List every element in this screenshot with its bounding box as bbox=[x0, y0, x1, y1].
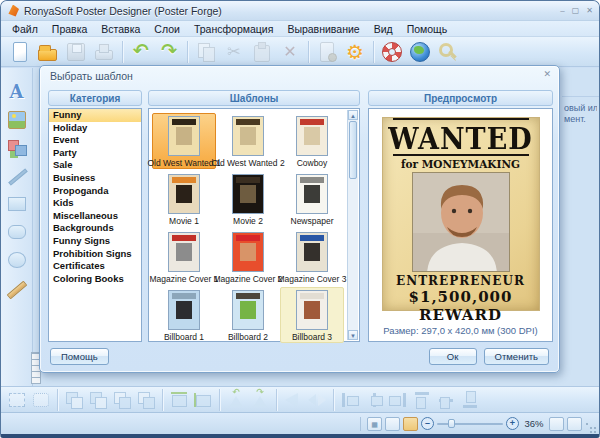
bring-forward-icon[interactable] bbox=[87, 390, 109, 410]
template-old-west-wanted-1[interactable]: Old West Wanted 1 bbox=[152, 113, 216, 169]
category-item-prohibition-signs[interactable]: Prohibition Signs bbox=[49, 248, 141, 261]
template-thumbnail[interactable] bbox=[168, 174, 200, 214]
close-button[interactable]: ✕ bbox=[586, 6, 593, 16]
bring-to-front-icon[interactable] bbox=[63, 390, 85, 410]
rounded-rectangle-tool-icon[interactable] bbox=[5, 220, 29, 244]
minimize-button[interactable]: – bbox=[560, 6, 564, 16]
line-tool-icon[interactable] bbox=[5, 164, 29, 188]
category-item-coloring-books[interactable]: Coloring Books bbox=[49, 273, 141, 286]
zoom-slider[interactable] bbox=[437, 418, 503, 429]
template-thumbnail[interactable] bbox=[168, 290, 200, 330]
zoom-out-button[interactable]: – bbox=[421, 417, 434, 430]
text-tool-icon[interactable] bbox=[5, 80, 29, 104]
template-movie-2[interactable]: Movie 2 bbox=[216, 171, 280, 227]
send-backward-icon[interactable] bbox=[111, 390, 133, 410]
image-tool-icon[interactable] bbox=[5, 108, 29, 132]
template-thumbnail[interactable] bbox=[168, 116, 200, 156]
view-mode-grid-icon[interactable]: ▦ bbox=[367, 417, 382, 431]
open-folder-icon[interactable] bbox=[36, 40, 60, 64]
template-billboard-2[interactable]: Billboard 2 bbox=[216, 287, 280, 343]
menu-item-view[interactable]: Вид bbox=[367, 22, 400, 36]
category-item-sale[interactable]: Sale bbox=[49, 159, 141, 172]
zoom-slider-thumb[interactable] bbox=[448, 419, 455, 428]
category-item-propoganda[interactable]: Propoganda bbox=[49, 185, 141, 198]
scroll-up-icon[interactable]: ▲ bbox=[348, 110, 358, 120]
category-item-funny[interactable]: Funny bbox=[49, 109, 141, 122]
transform-handles-icon[interactable] bbox=[6, 390, 28, 410]
template-magazine-cover-2[interactable]: Magazine Cover 2 bbox=[216, 229, 280, 285]
rotate-right-icon[interactable] bbox=[249, 390, 271, 410]
template-thumbnail[interactable] bbox=[232, 290, 264, 330]
category-item-event[interactable]: Event bbox=[49, 134, 141, 147]
settings-gear-icon[interactable] bbox=[343, 40, 367, 64]
clipart-tool-icon[interactable] bbox=[5, 136, 29, 160]
copy-icon[interactable] bbox=[194, 40, 218, 64]
category-item-business[interactable]: Business bbox=[49, 172, 141, 185]
category-item-holiday[interactable]: Holiday bbox=[49, 122, 141, 135]
template-thumbnail[interactable] bbox=[296, 290, 328, 330]
send-to-back-icon[interactable] bbox=[135, 390, 157, 410]
template-billboard-3[interactable]: Billboard 3 bbox=[280, 287, 344, 343]
center-vertically-icon[interactable] bbox=[192, 390, 214, 410]
category-item-party[interactable]: Party bbox=[49, 147, 141, 160]
category-item-funny-signs[interactable]: Funny Signs bbox=[49, 235, 141, 248]
template-newspaper[interactable]: Newspaper bbox=[280, 171, 344, 227]
align-middle-icon[interactable] bbox=[436, 389, 456, 411]
rotate-handles-icon[interactable] bbox=[30, 390, 52, 410]
template-thumbnail[interactable] bbox=[296, 174, 328, 214]
category-item-kids[interactable]: Kids bbox=[49, 197, 141, 210]
menu-item-alignment[interactable]: Выравнивание bbox=[280, 22, 366, 36]
template-thumbnail[interactable] bbox=[232, 174, 264, 214]
scroll-down-icon[interactable]: ▼ bbox=[348, 330, 358, 340]
center-horizontally-icon[interactable] bbox=[168, 390, 190, 410]
cut-icon[interactable] bbox=[222, 40, 246, 64]
template-thumbnail[interactable] bbox=[232, 232, 264, 272]
menu-item-layers[interactable]: Слои bbox=[147, 22, 187, 36]
template-movie-1[interactable]: Movie 1 bbox=[152, 171, 216, 227]
menu-item-edit[interactable]: Правка bbox=[45, 22, 94, 36]
dialog-close-icon[interactable]: ✕ bbox=[543, 69, 551, 79]
title-bar[interactable]: RonyaSoft Poster Designer (Poster Forge)… bbox=[1, 1, 599, 21]
align-top-icon[interactable] bbox=[412, 389, 432, 411]
menu-item-insert[interactable]: Вставка bbox=[94, 22, 147, 36]
align-left-icon[interactable] bbox=[339, 390, 361, 410]
ok-button[interactable]: Ок bbox=[429, 348, 477, 365]
template-thumbnail[interactable] bbox=[296, 232, 328, 272]
ellipse-tool-icon[interactable] bbox=[5, 248, 29, 272]
category-item-certificates[interactable]: Certificates bbox=[49, 260, 141, 273]
rotate-left-icon[interactable] bbox=[225, 390, 247, 410]
template-magazine-cover-1[interactable]: Magazine Cover 1 bbox=[152, 229, 216, 285]
menu-item-help[interactable]: Помощь bbox=[400, 22, 455, 36]
cancel-button[interactable]: Отменить bbox=[484, 348, 549, 365]
flip-vertical-icon[interactable] bbox=[306, 390, 328, 410]
redo-icon[interactable] bbox=[157, 40, 181, 64]
template-thumbnail[interactable] bbox=[168, 232, 200, 272]
template-billboard-1[interactable]: Billboard 1 bbox=[152, 287, 216, 343]
flip-horizontal-icon[interactable] bbox=[282, 390, 304, 410]
template-old-west-wanted-2[interactable]: Old West Wanted 2 bbox=[216, 113, 280, 169]
export-icon[interactable] bbox=[315, 40, 339, 64]
template-thumbnail[interactable] bbox=[296, 116, 328, 156]
web-globe-icon[interactable] bbox=[408, 40, 432, 64]
fit-width-icon[interactable] bbox=[567, 417, 582, 431]
template-magazine-cover-3[interactable]: Magazine Cover 3 bbox=[280, 229, 344, 285]
pencil-tool-icon[interactable] bbox=[5, 276, 29, 300]
new-document-icon[interactable] bbox=[8, 40, 32, 64]
view-mode-active-icon[interactable] bbox=[403, 417, 418, 431]
align-center-icon[interactable] bbox=[363, 390, 385, 410]
templates-scrollbar[interactable]: ▲ ▼ bbox=[347, 110, 358, 340]
category-item-backgrounds[interactable]: Backgrounds bbox=[49, 222, 141, 235]
view-mode-single-icon[interactable] bbox=[385, 417, 400, 431]
template-cowboy[interactable]: Cowboy bbox=[280, 113, 344, 169]
resize-grip[interactable] bbox=[585, 422, 596, 433]
menu-item-transform[interactable]: Трансформация bbox=[187, 22, 281, 36]
maximize-button[interactable]: ▢ bbox=[572, 6, 580, 16]
paste-icon[interactable] bbox=[250, 40, 274, 64]
undo-icon[interactable] bbox=[129, 40, 153, 64]
fit-page-icon[interactable] bbox=[549, 417, 564, 431]
rectangle-tool-icon[interactable] bbox=[5, 192, 29, 216]
scrollbar-thumb[interactable] bbox=[349, 121, 357, 179]
help-button[interactable]: Помощь bbox=[50, 348, 109, 365]
align-bottom-icon[interactable] bbox=[460, 389, 480, 411]
help-lifebuoy-icon[interactable] bbox=[380, 40, 404, 64]
